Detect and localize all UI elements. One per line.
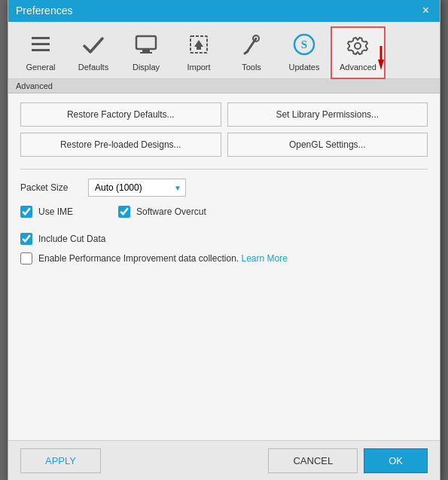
include-cut-data-checkbox[interactable]	[20, 233, 32, 245]
software-overcut-label: Software Overcut	[136, 206, 206, 217]
toolbar: General Defaults Display	[8, 22, 440, 79]
enable-performance-label: Enable Performance Improvement data coll…	[38, 253, 288, 264]
tab-defaults[interactable]: Defaults	[67, 26, 120, 79]
include-cut-data-row: Include Cut Data	[20, 233, 428, 245]
tab-tools-label: Tools	[242, 63, 261, 72]
tab-import[interactable]: Import	[172, 26, 225, 79]
svg-rect-2	[32, 49, 50, 51]
tab-updates-label: Updates	[289, 63, 320, 72]
packet-size-select[interactable]: Auto (1000) 512 1024 2048	[88, 179, 186, 197]
tab-display-label: Display	[133, 63, 160, 72]
tab-advanced[interactable]: Advanced	[331, 26, 386, 79]
tab-import-label: Import	[187, 63, 210, 72]
action-buttons: Restore Factory Defaults... Set Library …	[20, 102, 428, 157]
separator	[20, 169, 428, 170]
enable-performance-checkbox[interactable]	[20, 252, 32, 264]
tab-general-label: General	[26, 63, 55, 72]
restore-factory-button[interactable]: Restore Factory Defaults...	[20, 102, 221, 127]
window-title: Preferences	[16, 5, 72, 17]
svg-marker-16	[378, 60, 384, 70]
use-ime-label: Use IME	[38, 206, 73, 217]
advanced-icon	[346, 32, 370, 60]
svg-rect-8	[197, 47, 201, 50]
defaults-icon	[81, 32, 105, 60]
display-icon	[134, 32, 158, 60]
apply-button[interactable]: APPLY	[20, 448, 101, 473]
packet-size-row: Packet Size Auto (1000) 512 1024 2048 ▼	[20, 179, 428, 197]
footer-right: CANCEL OK	[268, 448, 428, 473]
close-button[interactable]: ×	[419, 5, 432, 17]
use-ime-row: Use IME	[20, 206, 73, 218]
updates-icon: S	[292, 32, 316, 60]
tab-display[interactable]: Display	[120, 26, 172, 79]
use-ime-checkbox[interactable]	[20, 206, 32, 218]
packet-size-select-wrap: Auto (1000) 512 1024 2048 ▼	[88, 179, 186, 197]
title-bar: Preferences ×	[8, 0, 440, 22]
svg-marker-7	[194, 40, 203, 47]
tab-tools[interactable]: Tools	[225, 26, 278, 79]
general-icon	[29, 32, 53, 60]
software-overcut-row: Software Overcut	[118, 206, 206, 218]
svg-rect-4	[142, 49, 150, 52]
import-icon	[187, 32, 211, 60]
cancel-button[interactable]: CANCEL	[268, 448, 358, 473]
svg-rect-5	[140, 52, 152, 54]
include-cut-data-label: Include Cut Data	[38, 234, 105, 244]
packet-size-label: Packet Size	[20, 182, 88, 193]
enable-performance-row: Enable Performance Improvement data coll…	[20, 252, 428, 264]
svg-line-11	[245, 51, 248, 54]
tab-advanced-label: Advanced	[340, 63, 376, 72]
svg-point-14	[355, 43, 361, 49]
learn-more-link[interactable]: Learn More	[241, 253, 287, 264]
tools-icon	[239, 32, 264, 60]
svg-rect-1	[32, 43, 50, 45]
footer-left: APPLY	[20, 448, 101, 473]
svg-text:S: S	[301, 38, 307, 50]
preferences-window: Preferences × General Defaults	[8, 0, 440, 480]
restore-preloaded-button[interactable]: Restore Pre-loaded Designs...	[20, 133, 221, 157]
footer: APPLY CANCEL OK	[8, 440, 440, 480]
software-overcut-checkbox[interactable]	[118, 206, 130, 218]
content-area: Restore Factory Defaults... Set Library …	[8, 93, 440, 440]
set-library-button[interactable]: Set Library Permissions...	[227, 102, 428, 127]
checkbox-row-1: Use IME Software Overcut	[20, 206, 428, 225]
tab-general[interactable]: General	[14, 26, 67, 79]
breadcrumb: Advanced	[8, 79, 440, 93]
tab-updates[interactable]: S Updates	[278, 26, 331, 79]
ok-button[interactable]: OK	[364, 448, 428, 473]
opengl-settings-button[interactable]: OpenGL Settings...	[227, 133, 428, 157]
svg-rect-3	[136, 36, 156, 49]
arrow-indicator	[378, 44, 399, 72]
svg-rect-0	[32, 37, 50, 39]
tab-defaults-label: Defaults	[78, 63, 108, 72]
